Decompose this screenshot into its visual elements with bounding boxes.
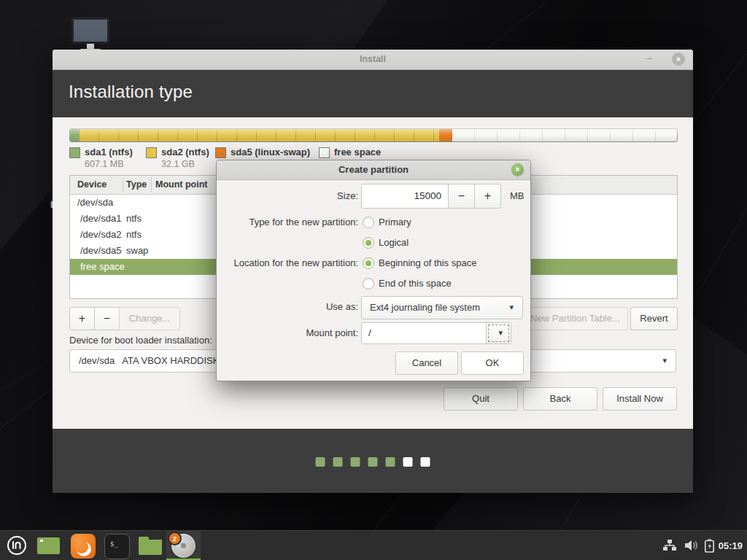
installer-taskbar-item[interactable]: 2	[166, 531, 201, 560]
use-as-label: Use as:	[222, 301, 358, 312]
progress-dot	[333, 457, 343, 467]
new-partition-table-button[interactable]: New Partition Table...	[522, 307, 628, 330]
add-partition-button[interactable]: +	[69, 307, 95, 330]
taskbar: $_ 2 05:19	[0, 530, 747, 560]
radio-circle-icon	[363, 278, 374, 289]
type-label: Type for the new partition:	[222, 217, 358, 228]
column-header-type: Type	[126, 179, 147, 190]
clock[interactable]: 05:19	[719, 540, 743, 551]
ok-button[interactable]: OK	[461, 351, 524, 375]
progress-dot	[421, 457, 430, 467]
files-launcher[interactable]	[137, 531, 163, 560]
legend-size: 607.1 MB	[85, 159, 124, 169]
show-desktop-button[interactable]	[36, 531, 61, 560]
use-as-select[interactable]: Ext4 journaling file system ▾	[361, 296, 523, 319]
partition-segment-free	[452, 129, 677, 141]
size-increment-button[interactable]: +	[474, 184, 501, 209]
cell-device: /dev/sda	[77, 197, 113, 208]
progress-dots	[316, 457, 430, 467]
column-separator	[123, 177, 123, 192]
page-header: Installation type	[53, 70, 693, 117]
bootloader-label: Device for boot loader installation:	[69, 335, 212, 346]
firefox-swirl-carve	[75, 540, 88, 553]
radio-label: Primary	[379, 217, 411, 228]
legend-size: 32.1 GB	[161, 159, 195, 169]
column-separator	[151, 177, 152, 192]
page-title: Installation type	[69, 82, 193, 102]
desktop-icon-dot	[40, 540, 43, 542]
dialog-close-button[interactable]: ×	[511, 163, 524, 176]
legend-swatch-sda1	[69, 147, 80, 158]
legend-label: sda2 (ntfs)	[161, 147, 209, 158]
volume-icon[interactable]	[684, 539, 699, 552]
revert-button[interactable]: Revert	[630, 307, 678, 330]
cancel-button[interactable]: Cancel	[395, 351, 458, 375]
size-input[interactable]: 15000	[361, 184, 449, 209]
change-partition-button[interactable]: Change...	[119, 307, 180, 330]
remove-partition-button[interactable]: −	[94, 307, 120, 330]
minimize-button[interactable]: –	[643, 52, 655, 64]
close-button[interactable]: ×	[672, 52, 685, 66]
window-titlebar[interactable]: Install – ×	[53, 50, 693, 70]
battery-icon[interactable]	[704, 539, 715, 553]
network-icon[interactable]	[662, 539, 677, 552]
partition-segment-sda2	[80, 129, 439, 141]
progress-dot	[316, 457, 325, 467]
cell-device: /dev/sda5	[80, 245, 121, 256]
terminal-prompt-glyph: $_	[110, 540, 118, 548]
chevron-down-icon: ▾	[662, 356, 667, 365]
bootloader-device-value: /dev/sda ATA VBOX HARDDISK	[79, 355, 219, 366]
partition-bar	[69, 128, 678, 142]
chevron-down-icon: ▾	[509, 303, 514, 312]
legend-swatch-free	[319, 147, 330, 158]
cell-type: ntfs	[126, 213, 142, 224]
monitor-stand	[87, 44, 94, 49]
create-partition-dialog: Create partition × Size: 15000 − + MB Ty…	[216, 160, 531, 381]
mint-logo-icon	[7, 535, 27, 556]
radio-circle-icon	[363, 257, 374, 269]
computer-desktop-icon[interactable]	[71, 18, 109, 51]
legend-swatch-sda5	[215, 147, 226, 158]
mount-point-dropdown-button[interactable]: ▾	[486, 322, 511, 344]
dialog-titlebar[interactable]: Create partition ×	[217, 160, 530, 180]
size-label: Size:	[222, 190, 358, 201]
progress-dot	[351, 457, 360, 467]
use-as-value: Ext4 journaling file system	[370, 302, 480, 313]
radio-label: Logical	[379, 237, 409, 248]
size-decrement-button[interactable]: −	[448, 184, 475, 209]
monitor-icon	[71, 18, 109, 44]
cell-device: /dev/sda1	[80, 213, 121, 224]
terminal-launcher[interactable]: $_	[104, 531, 130, 560]
size-unit-label: MB	[510, 190, 525, 201]
location-label: Location for the new partition:	[222, 257, 358, 268]
back-button[interactable]: Back	[523, 387, 597, 411]
progress-dot	[386, 457, 395, 467]
cell-device: /dev/sda2	[80, 229, 121, 240]
mount-point-label: Mount point:	[222, 327, 358, 338]
cell-type: ntfs	[126, 229, 142, 240]
folder-icon	[139, 540, 162, 555]
radio-label: End of this space	[379, 278, 452, 289]
progress-dot	[368, 457, 378, 467]
firefox-icon	[71, 534, 96, 559]
legend-label: free space	[334, 147, 381, 158]
mount-point-input[interactable]: /	[361, 322, 487, 344]
dialog-title: Create partition	[217, 164, 530, 175]
legend-label: sda5 (linux-swap)	[231, 147, 310, 158]
firefox-launcher[interactable]	[70, 531, 96, 560]
legend-swatch-sda2	[146, 147, 157, 158]
progress-dot	[403, 457, 413, 467]
cell-type: swap	[126, 245, 148, 256]
partition-segment-sda5	[439, 129, 452, 141]
radio-circle-icon	[363, 217, 374, 228]
cell-device: free space	[80, 261, 125, 272]
menu-button[interactable]	[4, 531, 29, 560]
install-now-button[interactable]: Install Now	[603, 387, 677, 411]
quit-button[interactable]: Quit	[444, 387, 518, 411]
mount-point-value: /	[368, 327, 371, 338]
chevron-down-icon: ▾	[498, 328, 503, 338]
terminal-icon: $_	[104, 534, 130, 559]
partition-segment-sda1	[70, 129, 80, 141]
column-header-mount-point: Mount point	[155, 179, 208, 190]
window-title: Install	[53, 54, 693, 64]
